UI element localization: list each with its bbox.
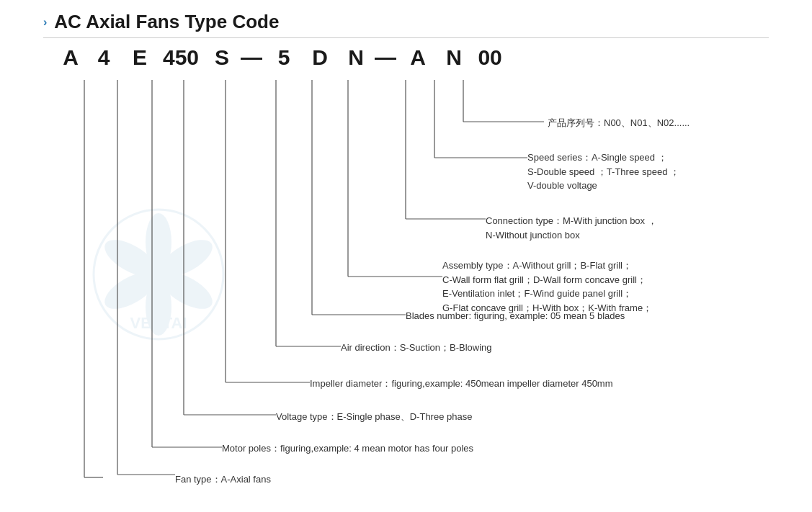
code-letter-E: E <box>127 45 153 70</box>
label-motor-poles: Motor poles：figuring,example: 4 mean mot… <box>222 441 473 456</box>
header-section: › AC Axial Fans Type Code <box>43 11 769 33</box>
label-blades-number: Blades number: figuring, example: 05 mea… <box>406 309 625 323</box>
code-letter-4: 4 <box>91 45 117 70</box>
code-letter-5: 5 <box>271 45 297 70</box>
label-product-cn: 产品序列号：N00、N01、N02...... <box>548 116 690 130</box>
label-fan-type: Fan type：A-Axial fans <box>175 472 271 487</box>
diagram-area: VENTAI <box>43 73 769 490</box>
label-voltage-type: Voltage type：E-Single phase、D-Three phas… <box>276 410 472 424</box>
watermark: VENTAI <box>86 202 231 349</box>
code-dash-2: — <box>375 45 396 70</box>
code-letter-N2: N <box>441 45 467 70</box>
chevron-icon: › <box>43 16 47 29</box>
label-air-direction: Air direction：S-Suction；B-Blowing <box>341 341 492 355</box>
code-dash-1: — <box>241 45 262 70</box>
page-title: AC Axial Fans Type Code <box>54 11 279 33</box>
header-divider <box>43 37 769 38</box>
page-container: › AC Axial Fans Type Code A 4 E 450 S — … <box>0 0 812 512</box>
label-assembly-type: Assembly type：A-Without grill；B-Flat gri… <box>442 259 652 315</box>
code-letter-S: S <box>209 45 235 70</box>
code-letter-A: A <box>58 45 84 70</box>
code-letter-D: D <box>307 45 333 70</box>
label-connection-type: Connection type：M-With junction box ， N-… <box>486 214 657 242</box>
code-letter-450: 450 <box>163 45 199 70</box>
code-letter-00: 00 <box>477 45 503 70</box>
code-row: A 4 E 450 S — 5 D N — A N 00 <box>58 45 769 70</box>
label-speed-series: Speed series：A-Single speed ； S-Double s… <box>527 151 679 193</box>
label-impeller-diameter: Impeller diameter：figuring,example: 450m… <box>310 377 613 391</box>
svg-text:VENTAI: VENTAI <box>130 314 187 332</box>
code-letter-N: N <box>343 45 369 70</box>
code-letter-A2: A <box>405 45 431 70</box>
